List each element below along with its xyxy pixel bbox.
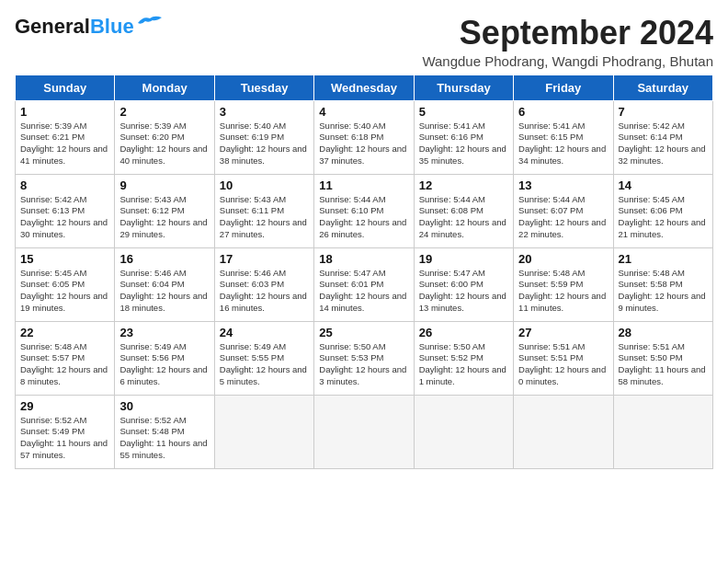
week-row-3: 15 Sunrise: 5:45 AMSunset: 6:05 PMDaylig… — [16, 247, 713, 321]
day-cell-16: 16 Sunrise: 5:46 AMSunset: 6:04 PMDaylig… — [115, 247, 214, 321]
day-cell-23: 23 Sunrise: 5:49 AMSunset: 5:56 PMDaylig… — [115, 321, 214, 395]
day-cell-24: 24 Sunrise: 5:49 AMSunset: 5:55 PMDaylig… — [214, 321, 313, 395]
day-cell-28: 28 Sunrise: 5:51 AMSunset: 5:50 PMDaylig… — [613, 321, 712, 395]
month-title: September 2024 — [422, 15, 713, 52]
day-cell-8: 8 Sunrise: 5:42 AMSunset: 6:13 PMDayligh… — [16, 174, 115, 247]
day-cell-18: 18 Sunrise: 5:47 AMSunset: 6:01 PMDaylig… — [314, 247, 414, 321]
day-cell-30: 30 Sunrise: 5:52 AMSunset: 5:48 PMDaylig… — [115, 395, 214, 468]
col-sunday: Sunday — [16, 75, 115, 100]
day-cell-19: 19 Sunrise: 5:47 AMSunset: 6:00 PMDaylig… — [414, 247, 513, 321]
day-cell-11: 11 Sunrise: 5:44 AMSunset: 6:10 PMDaylig… — [314, 174, 414, 247]
day-cell-20: 20 Sunrise: 5:48 AMSunset: 5:59 PMDaylig… — [514, 247, 613, 321]
col-thursday: Thursday — [414, 75, 513, 100]
logo: General Blue — [15, 15, 164, 39]
col-monday: Monday — [115, 75, 214, 100]
col-friday: Friday — [514, 75, 613, 100]
logo-blue: Blue — [90, 15, 134, 39]
day-cell-15: 15 Sunrise: 5:45 AMSunset: 6:05 PMDaylig… — [16, 247, 115, 321]
day-cell-22: 22 Sunrise: 5:48 AMSunset: 5:57 PMDaylig… — [16, 321, 115, 395]
day-cell-7: 7 Sunrise: 5:42 AMSunset: 6:14 PMDayligh… — [613, 100, 712, 174]
week-row-2: 8 Sunrise: 5:42 AMSunset: 6:13 PMDayligh… — [16, 174, 713, 247]
day-cell-29: 29 Sunrise: 5:52 AMSunset: 5:49 PMDaylig… — [16, 395, 115, 468]
day-cell-empty-1 — [214, 395, 313, 468]
day-cell-17: 17 Sunrise: 5:46 AMSunset: 6:03 PMDaylig… — [214, 247, 313, 321]
page-container: General Blue September 2024 Wangdue Phod… — [15, 15, 713, 469]
logo-bird-icon — [136, 14, 164, 32]
day-cell-12: 12 Sunrise: 5:44 AMSunset: 6:08 PMDaylig… — [414, 174, 513, 247]
week-row-1: 1 Sunrise: 5:39 AMSunset: 6:21 PMDayligh… — [16, 100, 713, 174]
day-cell-14: 14 Sunrise: 5:45 AMSunset: 6:06 PMDaylig… — [613, 174, 712, 247]
location-subtitle: Wangdue Phodrang, Wangdi Phodrang, Bhuta… — [422, 53, 713, 69]
calendar-table: Sunday Monday Tuesday Wednesday Thursday… — [15, 75, 713, 469]
day-cell-27: 27 Sunrise: 5:51 AMSunset: 5:51 PMDaylig… — [514, 321, 613, 395]
day-cell-2: 2 Sunrise: 5:39 AMSunset: 6:20 PMDayligh… — [115, 100, 214, 174]
day-cell-5: 5 Sunrise: 5:41 AMSunset: 6:16 PMDayligh… — [414, 100, 513, 174]
day-cell-9: 9 Sunrise: 5:43 AMSunset: 6:12 PMDayligh… — [115, 174, 214, 247]
day-cell-empty-4 — [514, 395, 613, 468]
day-cell-26: 26 Sunrise: 5:50 AMSunset: 5:52 PMDaylig… — [414, 321, 513, 395]
day-cell-6: 6 Sunrise: 5:41 AMSunset: 6:15 PMDayligh… — [514, 100, 613, 174]
day-cell-empty-5 — [613, 395, 712, 468]
header: General Blue September 2024 Wangdue Phod… — [15, 15, 713, 69]
day-cell-10: 10 Sunrise: 5:43 AMSunset: 6:11 PMDaylig… — [214, 174, 313, 247]
day-cell-empty-2 — [314, 395, 414, 468]
day-cell-3: 3 Sunrise: 5:40 AMSunset: 6:19 PMDayligh… — [214, 100, 313, 174]
day-cell-25: 25 Sunrise: 5:50 AMSunset: 5:53 PMDaylig… — [314, 321, 414, 395]
day-cell-1: 1 Sunrise: 5:39 AMSunset: 6:21 PMDayligh… — [16, 100, 115, 174]
day-cell-13: 13 Sunrise: 5:44 AMSunset: 6:07 PMDaylig… — [514, 174, 613, 247]
col-saturday: Saturday — [613, 75, 712, 100]
day-cell-empty-3 — [414, 395, 513, 468]
week-row-4: 22 Sunrise: 5:48 AMSunset: 5:57 PMDaylig… — [16, 321, 713, 395]
title-area: September 2024 Wangdue Phodrang, Wangdi … — [422, 15, 713, 69]
week-row-5: 29 Sunrise: 5:52 AMSunset: 5:49 PMDaylig… — [16, 395, 713, 468]
logo-general: General — [15, 15, 90, 39]
day-cell-21: 21 Sunrise: 5:48 AMSunset: 5:58 PMDaylig… — [613, 247, 712, 321]
col-wednesday: Wednesday — [314, 75, 414, 100]
col-tuesday: Tuesday — [214, 75, 313, 100]
day-cell-4: 4 Sunrise: 5:40 AMSunset: 6:18 PMDayligh… — [314, 100, 414, 174]
